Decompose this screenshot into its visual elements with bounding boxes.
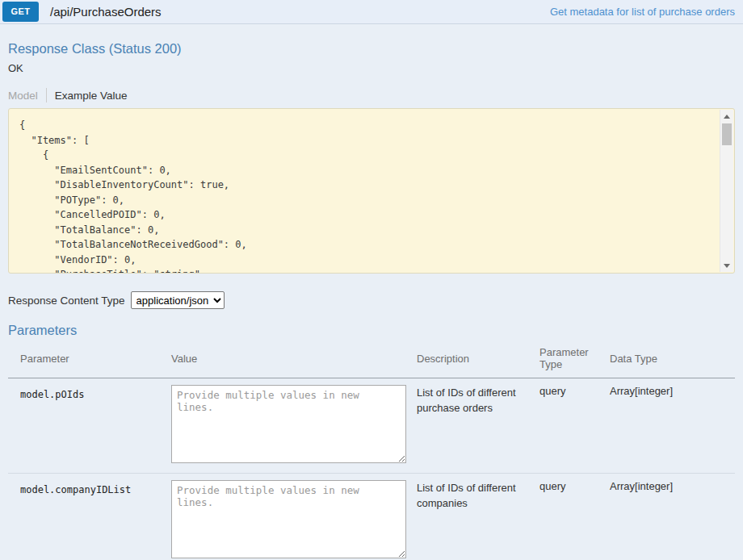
scroll-up-button[interactable] (720, 110, 733, 123)
response-status-text: OK (8, 62, 735, 74)
scroll-up-arrow-icon (724, 115, 730, 119)
response-content-type-select[interactable]: application/json (131, 291, 225, 309)
parameters-heading: Parameters (8, 323, 735, 338)
poids-value-textarea[interactable] (171, 385, 406, 463)
response-class-tabs: Model Example Value (8, 88, 735, 102)
parameter-data-type: Array[integer] (610, 378, 735, 474)
parameter-row-poids: model.pOIds List of IDs of different pur… (8, 378, 735, 474)
tab-example-value[interactable]: Example Value (55, 90, 128, 102)
http-method-badge[interactable]: GET (2, 2, 39, 22)
column-header-description: Description (417, 343, 539, 378)
parameter-row-companyidlist: model.companyIDList List of IDs of diffe… (8, 474, 735, 560)
tab-separator (46, 88, 47, 102)
parameter-type: query (539, 474, 610, 560)
scrollbar-thumb[interactable] (722, 123, 732, 145)
endpoint-path-link[interactable]: /api/PurchaseOrders (50, 5, 162, 19)
response-content-type-row: Response Content Type application/json (8, 291, 735, 309)
column-header-data-type: Data Type (610, 343, 735, 378)
code-scrollbar[interactable] (720, 110, 733, 272)
example-json-block: { "Items": [ { "EmailSentCount": 0, "Dis… (8, 108, 735, 274)
parameter-description: List of IDs of different purchase orders (417, 378, 539, 474)
parameters-table: Parameter Value Description Parameter Ty… (8, 343, 735, 560)
parameter-description: List of IDs of different companies (417, 474, 539, 560)
parameter-name: model.companyIDList (20, 484, 131, 495)
operation-header-bar: GET /api/PurchaseOrders Get metadata for… (0, 0, 743, 24)
scroll-down-button[interactable] (720, 259, 733, 272)
parameter-type: query (539, 378, 610, 474)
response-content-type-label: Response Content Type (8, 295, 125, 307)
swagger-operation-panel: GET /api/PurchaseOrders Get metadata for… (0, 0, 743, 560)
tab-model[interactable]: Model (8, 90, 38, 102)
column-header-parameter-type: Parameter Type (539, 343, 610, 378)
scroll-down-arrow-icon (724, 264, 730, 268)
parameter-data-type: Array[integer] (610, 474, 735, 560)
operation-content: Response Class (Status 200) OK Model Exa… (0, 24, 743, 560)
parameter-name: model.pOIds (20, 389, 84, 400)
operation-summary-link[interactable]: Get metadata for list of purchase orders (550, 6, 735, 18)
parameters-header-row: Parameter Value Description Parameter Ty… (8, 343, 735, 378)
response-class-heading: Response Class (Status 200) (8, 24, 735, 56)
column-header-value: Value (171, 343, 417, 378)
example-json-text: { "Items": [ { "EmailSentCount": 0, "Dis… (9, 109, 734, 274)
column-header-parameter: Parameter (8, 343, 171, 378)
companyidlist-value-textarea[interactable] (171, 480, 406, 558)
